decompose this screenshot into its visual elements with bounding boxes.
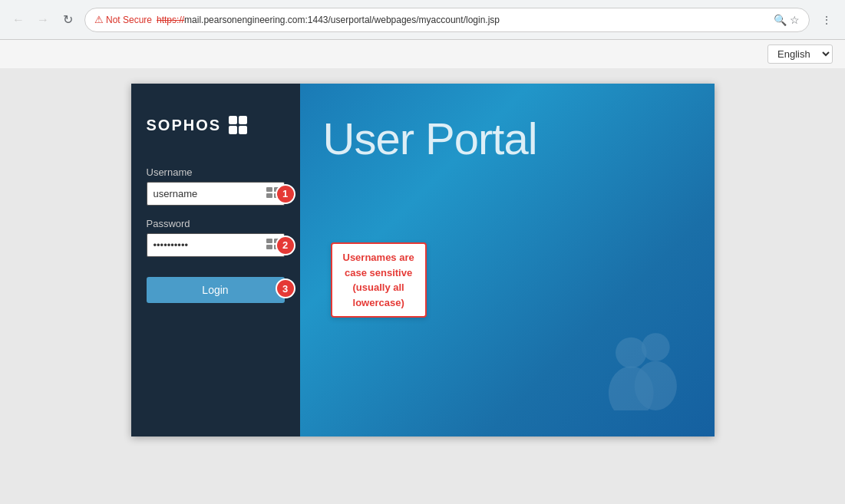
username-input-wrapper: 1 — [147, 182, 285, 206]
svg-point-14 — [616, 338, 646, 368]
password-group: Password 2 — [147, 218, 285, 257]
sophos-brand-text: SOPHOS — [147, 117, 222, 134]
svg-rect-10 — [266, 245, 272, 249]
step-badge-3: 3 — [276, 278, 295, 298]
username-label: Username — [147, 166, 285, 178]
reload-button[interactable]: ↻ — [57, 9, 78, 31]
back-button[interactable]: ← — [8, 9, 29, 31]
username-input[interactable] — [147, 182, 285, 206]
warning-icon: ⚠ — [94, 14, 104, 25]
login-button-wrapper: Login 3 — [147, 269, 285, 303]
language-bar: English Spanish French — [0, 40, 845, 68]
password-input-wrapper: 2 — [147, 233, 285, 257]
url-scheme: https:// — [157, 15, 184, 25]
username-group: Username 1 — [147, 166, 285, 206]
svg-rect-1 — [239, 116, 247, 124]
svg-rect-8 — [266, 239, 272, 243]
language-select[interactable]: English Spanish French — [767, 44, 833, 64]
not-secure-label: Not Secure — [106, 15, 152, 25]
login-button[interactable]: Login — [147, 277, 285, 303]
search-icon[interactable]: 🔍 — [774, 14, 787, 26]
address-bar[interactable]: ⚠ Not Secure https://mail.pearsonenginee… — [84, 8, 810, 32]
nav-buttons: ← → ↻ — [8, 9, 78, 31]
svg-rect-4 — [266, 187, 272, 192]
password-input[interactable] — [147, 233, 285, 257]
step-badge-1: 1 — [276, 184, 295, 204]
portal-title: User Portal — [323, 114, 537, 163]
svg-rect-3 — [239, 126, 247, 134]
svg-rect-2 — [229, 126, 237, 134]
svg-rect-6 — [266, 193, 272, 198]
left-panel: SOPHOS Username — [131, 84, 300, 436]
right-panel: User Portal Usernames arecase sensitive(… — [300, 84, 715, 436]
login-panel: SOPHOS Username — [131, 84, 715, 436]
toolbar-icons: ⋮ — [816, 9, 837, 31]
bookmark-icon[interactable]: ☆ — [790, 14, 800, 26]
url-path: :1443/userportal/webpages/myaccount/logi… — [305, 15, 500, 25]
address-icons: 🔍 ☆ — [774, 14, 800, 26]
step-badge-2: 2 — [276, 236, 295, 255]
warning-note-text: Usernames arecase sensitive(usually alll… — [343, 252, 414, 308]
sophos-logo: SOPHOS — [147, 114, 249, 136]
security-warning: ⚠ Not Secure — [94, 14, 152, 25]
url-host: mail.pearsonengineering.com — [184, 15, 305, 25]
svg-rect-0 — [229, 116, 237, 124]
browser-chrome: ← → ↻ ⚠ Not Secure https://mail.pearsone… — [0, 0, 845, 40]
password-label: Password — [147, 218, 285, 229]
page-content: SOPHOS Username — [0, 68, 845, 452]
users-silhouette — [592, 326, 692, 413]
warning-note: Usernames arecase sensitive(usually alll… — [331, 242, 427, 318]
sophos-logo-icon — [227, 114, 249, 136]
extensions-icon[interactable]: ⋮ — [816, 9, 837, 31]
url-display: https://mail.pearsonengineering.com:1443… — [157, 15, 500, 25]
forward-button[interactable]: → — [32, 9, 54, 31]
